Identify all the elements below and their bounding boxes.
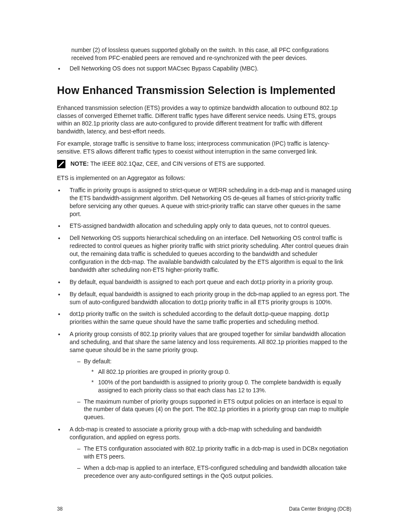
list-item: A dcb-map is created to associate a prio…	[65, 425, 351, 480]
list-item: Traffic in priority groups is assigned t…	[65, 186, 351, 218]
list-item-text: By default:	[84, 358, 112, 365]
list-item: Dell Networking OS supports hierarchical…	[65, 234, 351, 274]
sub-list: By default: All 802.1p priorities are gr…	[70, 357, 351, 421]
list-item: dot1p priority traffic on the switch is …	[65, 310, 351, 326]
top-bullet-list: Dell Networking OS does not support MACs…	[57, 65, 351, 73]
list-item: When a dcb-map is applied to an interfac…	[77, 464, 351, 480]
list-item: The maximum number of priority groups su…	[77, 398, 351, 422]
continued-paragraph: number (2) of lossless queues supported …	[71, 46, 351, 62]
note-text: NOTE: The IEEE 802.1Qaz, CEE, and CIN ve…	[70, 160, 265, 168]
ets-list: Traffic in priority groups is assigned t…	[57, 186, 351, 480]
body-paragraph: ETS is implemented on an Aggregator as f…	[57, 174, 351, 182]
note-block: NOTE: The IEEE 802.1Qaz, CEE, and CIN ve…	[57, 160, 351, 168]
list-item: All 802.1p priorities are grouped in pri…	[91, 368, 351, 376]
document-page: number (2) of lossless queues supported …	[0, 0, 400, 532]
list-item: Dell Networking OS does not support MACs…	[65, 65, 351, 73]
list-item: ETS-assigned bandwidth allocation and sc…	[65, 222, 351, 230]
body-paragraph: Enhanced transmission selection (ETS) pr…	[57, 104, 351, 136]
list-item: By default: All 802.1p priorities are gr…	[77, 357, 351, 394]
note-icon	[57, 160, 65, 168]
footer-section-title: Data Center Bridging (DCB)	[289, 506, 351, 512]
body-paragraph: For example, storage traffic is sensitiv…	[57, 140, 351, 156]
list-item: 100% of the port bandwidth is assigned t…	[91, 378, 351, 394]
list-item-text: A dcb-map is created to associate a prio…	[70, 426, 322, 441]
sub-sub-list: All 802.1p priorities are grouped in pri…	[84, 368, 351, 394]
list-item-text: A priority group consists of 802.1p prio…	[70, 331, 347, 353]
note-body: The IEEE 802.1Qaz, CEE, and CIN versions…	[90, 160, 265, 167]
note-label: NOTE:	[70, 160, 90, 167]
section-heading: How Enhanced Transmission Selection is I…	[57, 84, 351, 96]
list-item: The ETS configuration associated with 80…	[77, 445, 351, 461]
list-item: A priority group consists of 802.1p prio…	[65, 330, 351, 421]
page-number: 38	[57, 506, 62, 512]
list-item: By default, equal bandwidth is assigned …	[65, 278, 351, 286]
page-footer: 38 Data Center Bridging (DCB)	[57, 506, 351, 512]
sub-list: The ETS configuration associated with 80…	[70, 445, 351, 480]
list-item: By default, equal bandwidth is assigned …	[65, 290, 351, 306]
